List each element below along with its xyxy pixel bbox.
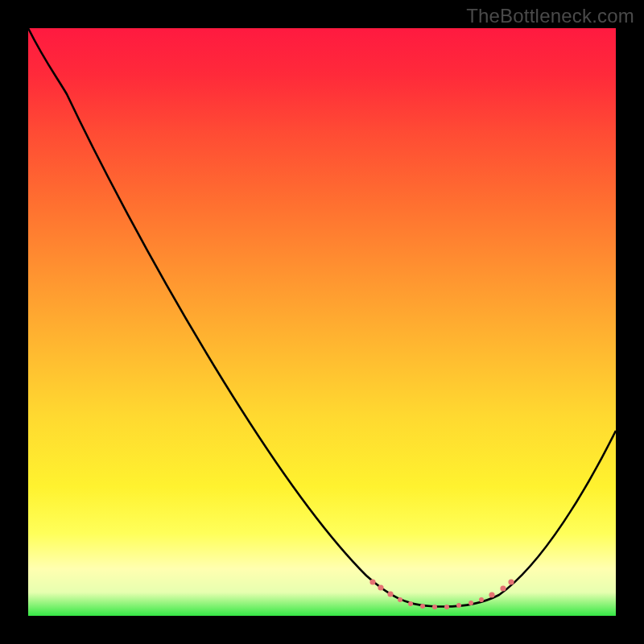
svg-point-9 (469, 601, 473, 605)
svg-point-3 (398, 597, 402, 602)
svg-point-8 (456, 603, 461, 608)
svg-point-7 (444, 605, 449, 609)
highlight-dots (369, 579, 514, 609)
curve-layer (28, 28, 616, 616)
chart-container: TheBottleneck.com (0, 0, 644, 644)
svg-point-2 (387, 591, 393, 597)
svg-point-11 (489, 592, 494, 597)
svg-point-5 (420, 604, 425, 609)
svg-point-4 (408, 601, 413, 606)
svg-point-13 (508, 579, 514, 584)
bottleneck-curve (28, 28, 616, 607)
plot-area (28, 28, 616, 616)
watermark-text: TheBottleneck.com (466, 5, 634, 27)
svg-point-10 (479, 597, 484, 602)
svg-point-12 (500, 585, 506, 591)
svg-point-1 (378, 584, 383, 590)
svg-point-0 (369, 579, 375, 584)
svg-point-6 (432, 605, 437, 609)
